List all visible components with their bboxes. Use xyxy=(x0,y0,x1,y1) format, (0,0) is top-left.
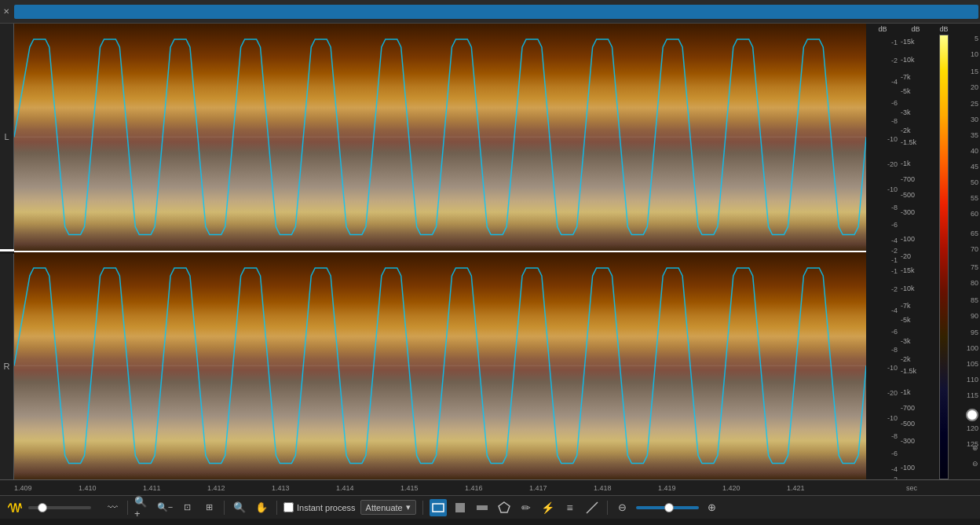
hz-tick: -3k xyxy=(901,338,911,345)
h-zoom-slider[interactable] xyxy=(636,506,699,509)
time-tick: 1.418 xyxy=(594,484,612,492)
mini-waveform-icon[interactable] xyxy=(6,499,24,516)
time-tick: 1.415 xyxy=(400,484,419,492)
db-tick: -6 xyxy=(891,221,898,229)
bottom-toolbar: 〰 🔍+ 🔍− ⊡ ⊞ 🔍 ✋ Instant process Attenuat… xyxy=(0,495,980,519)
right-num: 110 xyxy=(967,376,978,384)
channel-r-view[interactable] xyxy=(14,252,866,479)
right-num: 25 xyxy=(971,100,978,108)
find-button[interactable]: 🔍 xyxy=(231,499,248,516)
tool-magic-button[interactable]: ⚡ xyxy=(539,499,557,516)
right-num: 5 xyxy=(975,35,978,42)
tool-rect-button[interactable] xyxy=(430,499,447,516)
hz-tick: -10k xyxy=(901,57,915,64)
hz-tick: -7k xyxy=(901,303,911,310)
channel-label-l: L xyxy=(0,24,14,249)
right-num: 65 xyxy=(971,229,978,237)
zoom-fit-button[interactable]: ⊡ xyxy=(178,499,196,516)
vertical-zoom-out-btn[interactable]: ⊖ xyxy=(972,460,978,468)
hz-tick: -2k xyxy=(901,127,911,134)
zoom-full-button[interactable]: ⊞ xyxy=(200,499,218,516)
tool-band-button[interactable] xyxy=(474,499,491,516)
hz-tick: -15k xyxy=(901,267,915,274)
time-tick: 1.414 xyxy=(336,484,354,492)
hz-tick: -7k xyxy=(901,74,911,81)
waveform-l-svg xyxy=(14,24,866,251)
right-num: 105 xyxy=(967,360,978,368)
collapse-icon[interactable]: ✕ xyxy=(0,0,13,24)
db-tick: -4 xyxy=(891,465,898,473)
db-tick: -10 xyxy=(887,414,898,422)
right-num: 85 xyxy=(971,296,978,304)
time-tick: 1.421 xyxy=(787,484,805,492)
db-tick: -4 xyxy=(891,78,898,86)
right-num: 70 xyxy=(971,245,978,253)
svg-rect-4 xyxy=(477,505,488,510)
main-content: L R xyxy=(0,24,980,479)
separator xyxy=(127,501,128,515)
spectrogram-area[interactable] xyxy=(14,24,866,479)
right-num: 45 xyxy=(971,163,978,171)
time-tick: 1.416 xyxy=(465,484,483,492)
top-scrollbar[interactable]: ✕ xyxy=(0,0,980,24)
right-num: 60 xyxy=(971,210,978,218)
pan-button[interactable]: ✋ xyxy=(253,499,270,516)
db-tick: -6 xyxy=(891,328,898,336)
time-tick: 1.420 xyxy=(722,484,740,492)
hz-tick: -5k xyxy=(901,317,911,324)
attenuate-dropdown-arrow: ▾ xyxy=(406,502,411,512)
h-zoom-out-button[interactable]: ⊖ xyxy=(614,499,631,516)
right-num: 35 xyxy=(971,131,978,139)
db-tick: -20 xyxy=(887,389,898,397)
vertical-zoom-knob[interactable] xyxy=(966,409,978,421)
tool-pencil-button[interactable]: ✏ xyxy=(517,499,535,516)
time-tick: 1.410 xyxy=(79,484,97,492)
separator xyxy=(224,501,225,515)
right-num: 100 xyxy=(967,344,978,352)
hz-scale-column: dB -15k -10k -7k -5k -3k -2k -1.5k -1k -… xyxy=(899,24,932,479)
right-num: 80 xyxy=(971,279,978,287)
h-zoom-in-button[interactable]: ⊕ xyxy=(704,499,721,516)
time-ruler: 1.409 1.410 1.411 1.412 1.413 1.414 1.41… xyxy=(0,479,980,495)
db-scale-column: dB -1 -2 -4 -6 -8 -10 -20 -10 -8 -6 -4 -… xyxy=(866,24,899,479)
db-tick: -1 xyxy=(891,267,898,275)
color-scale-column: dB xyxy=(932,24,956,479)
vertical-zoom-in-btn[interactable]: ⊕ xyxy=(972,444,978,452)
hz-tick: -2k xyxy=(901,356,911,363)
speed-slider[interactable] xyxy=(28,506,91,509)
time-unit: sec xyxy=(906,484,917,492)
db-tick: -2 xyxy=(891,247,898,255)
tool-lasso-button[interactable] xyxy=(495,499,513,516)
hz-tick: -20 xyxy=(901,253,911,260)
right-num: 20 xyxy=(971,83,978,91)
right-num: 95 xyxy=(971,329,978,336)
db-tick: -8 xyxy=(891,204,898,211)
hz-tick: -700 xyxy=(901,405,915,412)
waveform-r-svg xyxy=(14,252,866,479)
speed-slider-container xyxy=(28,506,99,509)
h-zoom-knob[interactable] xyxy=(664,503,674,512)
time-tick: 1.419 xyxy=(658,484,676,492)
waveform-type-icon[interactable]: 〰 xyxy=(104,499,121,516)
instant-process-checkbox-container[interactable]: Instant process xyxy=(283,502,356,512)
hz-tick: -10k xyxy=(901,285,915,292)
tool-brush-button[interactable]: ≡ xyxy=(561,499,579,516)
hz-tick: -5k xyxy=(901,88,911,95)
hz-tick: -500 xyxy=(901,192,915,199)
tool-line-button[interactable] xyxy=(583,499,601,516)
right-num: 55 xyxy=(971,194,978,202)
scrollbar-track[interactable] xyxy=(14,5,978,19)
channel-l-view[interactable] xyxy=(14,24,866,251)
zoom-in-button[interactable]: 🔍+ xyxy=(134,499,152,516)
instant-process-checkbox[interactable] xyxy=(283,502,294,512)
app-container: ✕ L R xyxy=(0,0,980,519)
right-numbers-column: 5 10 15 20 25 30 35 40 45 50 55 60 65 70… xyxy=(956,24,980,479)
hz-tick: -1.5k xyxy=(901,368,916,375)
zoom-out-button[interactable]: 🔍− xyxy=(156,499,174,516)
time-tick: 1.417 xyxy=(529,484,547,492)
svg-line-6 xyxy=(587,502,598,513)
tool-square-button[interactable] xyxy=(452,499,469,516)
attenuate-dropdown[interactable]: Attenuate ▾ xyxy=(360,500,416,515)
db-tick: -2 xyxy=(891,285,898,293)
speed-knob[interactable] xyxy=(38,503,47,512)
